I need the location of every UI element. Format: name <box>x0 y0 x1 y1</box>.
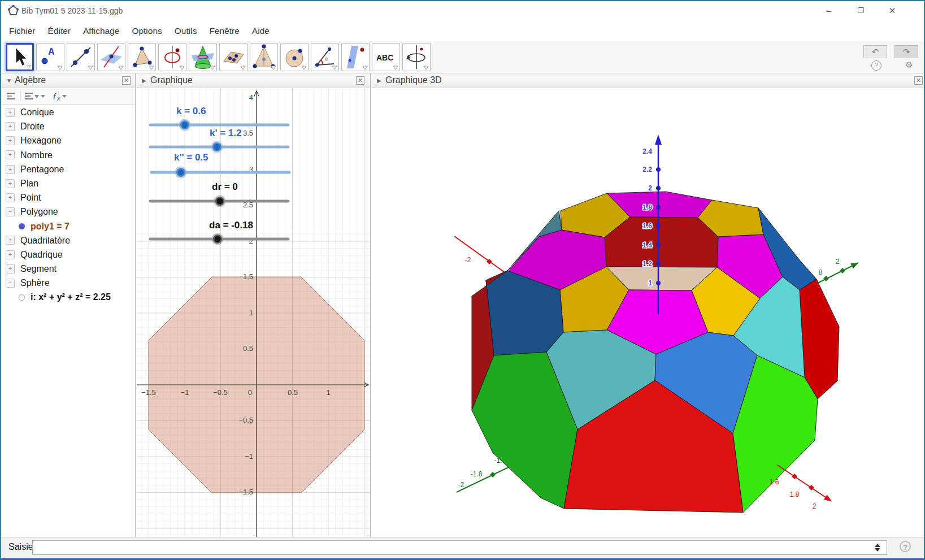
tick-label-x: 0.5 <box>288 388 298 397</box>
panel-collapsed-icon[interactable]: ▶ <box>142 77 146 84</box>
graphics3d-panel-header: ▶ Graphique 3D ✕ <box>372 73 925 88</box>
undo-button[interactable]: ↶ <box>863 45 887 58</box>
algebra-item-segment[interactable]: +Segment <box>1 261 135 275</box>
slider-handle[interactable] <box>180 120 189 129</box>
circle-axis-point-tool[interactable] <box>158 43 186 71</box>
slider-handle[interactable] <box>215 197 224 206</box>
tree-expand-icon[interactable]: + <box>6 165 15 174</box>
tree-expand-icon[interactable]: + <box>6 179 15 188</box>
close-icon[interactable]: ✕ <box>914 76 923 85</box>
menu-item-options[interactable]: Options <box>129 24 164 38</box>
tree-expand-icon[interactable]: + <box>6 122 15 131</box>
tree-expand-icon[interactable]: + <box>6 136 15 145</box>
polygon-tool[interactable] <box>128 43 156 71</box>
graphics-view-3d[interactable]: -2-1.8-1.6-1.8-22.42.221.81.61.41.21821.… <box>372 88 925 537</box>
tree-collapse-icon[interactable]: − <box>6 279 15 288</box>
menu-item-outils[interactable]: Outils <box>172 24 200 38</box>
tree-expand-icon[interactable]: + <box>6 236 15 245</box>
algebra-item-pentagone[interactable]: +Pentagone <box>1 162 135 176</box>
slider-label: da = -0.18 <box>209 220 253 231</box>
axis-tick-label: 1.2 <box>642 260 652 268</box>
sort-objects-icon[interactable] <box>25 93 45 99</box>
tick-label-x: −0.5 <box>213 388 228 397</box>
menu-item-aide[interactable]: Aide <box>249 24 272 38</box>
help-icon[interactable]: ? <box>871 60 881 71</box>
pyramid-tool[interactable] <box>250 43 278 71</box>
close-icon[interactable]: ✕ <box>122 76 131 85</box>
menu-item-editer[interactable]: Éditer <box>45 24 74 38</box>
algebra-item-quadrilatere[interactable]: +Quadrilatère <box>1 233 135 247</box>
line-tool[interactable] <box>67 43 95 71</box>
function-style-icon[interactable]: f x <box>53 92 67 102</box>
tree-expand-icon[interactable]: + <box>6 264 15 274</box>
axis-tick-label: 1.8 <box>642 203 652 211</box>
minimize-button[interactable]: – <box>815 3 843 18</box>
tick-label-x: 1 <box>326 388 330 397</box>
maximize-button[interactable]: ❐ <box>846 3 875 18</box>
sphere-tool[interactable] <box>280 43 309 71</box>
algebra-item-point[interactable]: +Point <box>1 190 135 204</box>
window-title: Bib Tym01 5 2023-11-15.ggb <box>21 6 123 15</box>
axis-tick-label: 1.8 <box>790 490 800 498</box>
slider-label: dr = 0 <box>212 181 238 192</box>
rotate-view-tool[interactable] <box>402 43 431 71</box>
intersect-plane-line-tool[interactable] <box>97 43 125 71</box>
visibility-dot-open-icon[interactable] <box>19 294 25 301</box>
algebra-item-droite[interactable]: +Droite <box>1 119 135 133</box>
menu-bar: FichierÉditerAffichageOptionsOutilsFenêt… <box>1 20 924 41</box>
algebra-item-nombre[interactable]: +Nombre <box>1 147 135 162</box>
svg-text:f: f <box>53 92 57 101</box>
toolbar: AαABC↶↷?⚙ <box>1 41 924 73</box>
slider-handle[interactable] <box>176 168 185 177</box>
command-input[interactable] <box>32 540 887 555</box>
menu-item-fichier[interactable]: Fichier <box>6 24 38 38</box>
reflect-tool[interactable] <box>341 43 370 71</box>
menu-item-fenetre[interactable]: Fenêtre <box>206 24 242 38</box>
input-spinner[interactable] <box>875 542 881 554</box>
axis-tick-label: 1.6 <box>770 478 779 486</box>
tree-expand-icon[interactable]: + <box>6 193 15 202</box>
algebra-item-hexagone[interactable]: +Hexagone <box>1 133 135 147</box>
menu-item-affichage[interactable]: Affichage <box>80 24 122 38</box>
algebra-item-plan[interactable]: +Plan <box>1 176 135 190</box>
close-button[interactable]: ✕ <box>878 3 906 18</box>
algebra-item-sphere[interactable]: −Sphère <box>1 275 135 289</box>
tree-expand-icon[interactable]: + <box>6 250 15 259</box>
visibility-dot-filled-icon[interactable] <box>19 223 25 229</box>
tree-collapse-icon[interactable]: − <box>6 207 15 216</box>
point-tool[interactable]: A <box>36 43 64 71</box>
tick-label-y: −0.5 <box>238 416 253 424</box>
graphics-view-2d[interactable]: −1.5−1−0.500.5143.532.521.510.5−0.5−1−1.… <box>137 88 370 537</box>
move-tool[interactable] <box>6 43 34 71</box>
redo-button[interactable]: ↷ <box>894 45 918 58</box>
tree-expand-icon[interactable]: + <box>6 108 15 117</box>
intersect-surfaces-tool[interactable] <box>189 43 217 71</box>
tree-expand-icon[interactable]: + <box>6 150 15 159</box>
face-dark-red-top[interactable] <box>605 217 718 267</box>
plane-through-points-tool[interactable] <box>219 43 247 71</box>
algebra-panel-title: Algèbre <box>15 75 46 85</box>
help-icon[interactable]: ? <box>900 541 911 552</box>
close-icon[interactable]: ✕ <box>356 76 364 85</box>
panel-collapsed-icon[interactable]: ▶ <box>377 77 381 84</box>
auxiliary-objects-icon[interactable] <box>6 91 16 101</box>
algebra-child-poly1-[interactable]: poly1 = 7 <box>1 219 135 233</box>
slider-label: k'' = 0.5 <box>174 152 209 163</box>
algebra-child-i-x-y-z-[interactable]: i: x² + y² + z² = 2.25 <box>1 289 135 303</box>
axis-tick-label: -2 <box>465 256 471 264</box>
slider-handle[interactable] <box>213 235 222 244</box>
algebra-item-label: Point <box>20 193 41 202</box>
graphics3d-panel: ▶ Graphique 3D ✕ -2-1.8-1.6-1.8-22.42.22… <box>372 73 925 537</box>
slider-handle[interactable] <box>212 142 222 151</box>
panel-expanded-icon[interactable]: ▼ <box>6 77 12 84</box>
tick-label-x: 0 <box>248 388 252 397</box>
angle-tool[interactable]: α <box>311 43 339 71</box>
algebra-item-label: Segment <box>20 264 57 274</box>
algebra-item-conique[interactable]: +Conique <box>1 105 135 119</box>
text-tool[interactable]: ABC <box>372 43 400 71</box>
algebra-item-label: Plan <box>20 179 38 188</box>
tick-label-y: 0.5 <box>243 344 253 353</box>
algebra-item-quadrique[interactable]: +Quadrique <box>1 247 135 261</box>
algebra-item-polygone[interactable]: −Polygone <box>1 204 135 218</box>
gear-icon[interactable]: ⚙ <box>905 60 913 70</box>
